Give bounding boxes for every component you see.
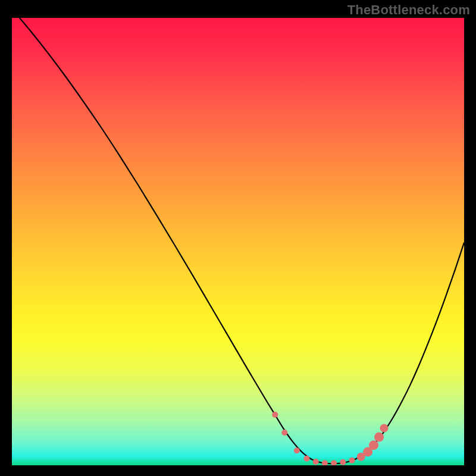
bottleneck-curve (12, 18, 464, 464)
curve-marker (313, 459, 319, 465)
curve-marker (331, 460, 337, 465)
chart-overlay (12, 18, 464, 465)
curve-marker (294, 447, 300, 453)
curve-marker (281, 430, 287, 436)
curve-marker (369, 440, 378, 450)
plot-area (12, 18, 464, 465)
curve-marker (349, 458, 355, 464)
curve-marker (304, 456, 310, 462)
curve-marker (374, 433, 384, 442)
chart-frame: TheBottleneck.com (0, 0, 476, 476)
curve-marker (272, 412, 278, 418)
watermark-text: TheBottleneck.com (347, 2, 470, 18)
curve-marker (340, 459, 346, 465)
curve-marker (322, 460, 328, 465)
curve-marker (380, 424, 388, 433)
